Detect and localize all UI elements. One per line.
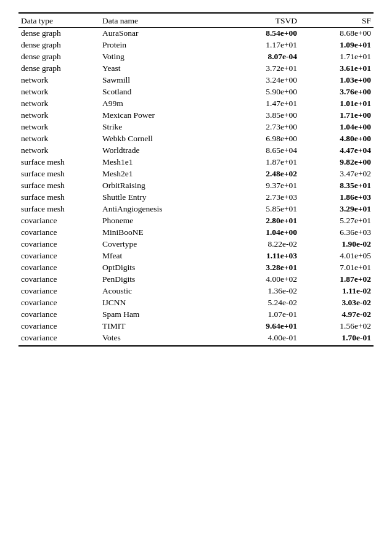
cell-datatype: dense graph [18, 27, 100, 39]
cell-dataname: Mexican Power [100, 110, 226, 121]
cell-sf: 1.87e+02 [300, 274, 374, 285]
cell-datatype: network [18, 98, 100, 110]
cell-dataname: Acoustic [100, 285, 226, 297]
cell-tsvd: 5.90e+00 [226, 86, 300, 98]
cell-tsvd: 2.80e+01 [226, 215, 300, 227]
cell-datatype: dense graph [18, 51, 100, 63]
table-row: surface meshMesh1e11.87e+019.82e+00 [18, 157, 374, 168]
cell-datatype: surface mesh [18, 157, 100, 168]
cell-tsvd: 4.00e-01 [226, 332, 300, 347]
table-row: covarianceVotes4.00e-011.70e-01 [18, 332, 374, 347]
cell-datatype: network [18, 133, 100, 145]
table-body: dense graphAuraSonar8.54e+008.68e+00dens… [18, 27, 374, 346]
cell-tsvd: 3.85e+00 [226, 110, 300, 121]
table-row: dense graphYeast3.72e+013.61e+01 [18, 63, 374, 75]
cell-sf: 9.82e+00 [300, 157, 374, 168]
cell-tsvd: 3.72e+01 [226, 63, 300, 75]
cell-dataname: IJCNN [100, 297, 226, 309]
cell-dataname: Yeast [100, 63, 226, 75]
cell-sf: 3.47e+02 [300, 168, 374, 180]
cell-tsvd: 3.24e+00 [226, 75, 300, 86]
cell-datatype: network [18, 86, 100, 98]
cell-dataname: Protein [100, 39, 226, 51]
table-row: surface meshShuttle Entry2.73e+031.86e+0… [18, 192, 374, 203]
cell-sf: 3.29e+01 [300, 203, 374, 215]
cell-datatype: dense graph [18, 39, 100, 51]
cell-dataname: AuraSonar [100, 27, 226, 39]
cell-datatype: surface mesh [18, 180, 100, 192]
table-row: dense graphAuraSonar8.54e+008.68e+00 [18, 27, 374, 39]
cell-tsvd: 8.07e-04 [226, 51, 300, 63]
cell-sf: 1.09e+01 [300, 39, 374, 51]
cell-dataname: A99m [100, 98, 226, 110]
cell-tsvd: 1.36e-02 [226, 285, 300, 297]
cell-sf: 3.76e+00 [300, 86, 374, 98]
table-row: dense graphVoting8.07e-041.71e+01 [18, 51, 374, 63]
cell-datatype: network [18, 145, 100, 157]
table-row: networkScotland5.90e+003.76e+00 [18, 86, 374, 98]
cell-datatype: covariance [18, 321, 100, 332]
cell-tsvd: 6.98e+00 [226, 133, 300, 145]
cell-tsvd: 1.07e-01 [226, 309, 300, 321]
cell-dataname: MiniBooNE [100, 227, 226, 239]
cell-datatype: covariance [18, 215, 100, 227]
cell-tsvd: 8.54e+00 [226, 27, 300, 39]
table-row: covarianceMfeat1.11e+034.01e+05 [18, 250, 374, 262]
cell-dataname: Mesh2e1 [100, 168, 226, 180]
cell-dataname: TIMIT [100, 321, 226, 332]
cell-sf: 4.80e+00 [300, 133, 374, 145]
cell-dataname: Voting [100, 51, 226, 63]
cell-tsvd: 1.47e+01 [226, 98, 300, 110]
cell-tsvd: 5.85e+01 [226, 203, 300, 215]
table-row: covarianceIJCNN5.24e-023.03e-02 [18, 297, 374, 309]
cell-datatype: dense graph [18, 63, 100, 75]
table-row: covarianceMiniBooNE1.04e+006.36e+03 [18, 227, 374, 239]
cell-datatype: covariance [18, 332, 100, 347]
cell-sf: 1.71e+00 [300, 110, 374, 121]
cell-sf: 1.11e-02 [300, 285, 374, 297]
cell-dataname: Scotland [100, 86, 226, 98]
cell-datatype: network [18, 121, 100, 133]
cell-sf: 6.36e+03 [300, 227, 374, 239]
cell-sf: 1.04e+00 [300, 121, 374, 133]
cell-tsvd: 2.73e+00 [226, 121, 300, 133]
cell-tsvd: 9.37e+01 [226, 180, 300, 192]
cell-dataname: Worldtrade [100, 145, 226, 157]
table-row: surface meshOrbitRaising9.37e+018.35e+01 [18, 180, 374, 192]
cell-sf: 1.70e-01 [300, 332, 374, 347]
col-header-datatype: Data type [18, 13, 100, 26]
cell-dataname: PenDigits [100, 274, 226, 285]
col-header-tsvd: TSVD [226, 13, 300, 26]
cell-tsvd: 1.17e+01 [226, 39, 300, 51]
table-top-border: Data type Data name TSVD SF [18, 13, 374, 26]
table-row: networkMexican Power3.85e+001.71e+00 [18, 110, 374, 121]
cell-dataname: Strike [100, 121, 226, 133]
cell-sf: 4.47e+04 [300, 145, 374, 157]
cell-datatype: surface mesh [18, 168, 100, 180]
cell-datatype: surface mesh [18, 203, 100, 215]
cell-tsvd: 8.65e+04 [226, 145, 300, 157]
cell-sf: 1.71e+01 [300, 51, 374, 63]
cell-sf: 1.86e+03 [300, 192, 374, 203]
col-header-sf: SF [300, 13, 374, 26]
table-row: covarianceAcoustic1.36e-021.11e-02 [18, 285, 374, 297]
cell-datatype: covariance [18, 274, 100, 285]
cell-datatype: covariance [18, 262, 100, 274]
table-row: networkSawmill3.24e+001.03e+00 [18, 75, 374, 86]
cell-sf: 1.90e-02 [300, 239, 374, 250]
table-row: covarianceSpam Ham1.07e-014.97e-02 [18, 309, 374, 321]
cell-sf: 8.68e+00 [300, 27, 374, 39]
cell-tsvd: 1.11e+03 [226, 250, 300, 262]
cell-tsvd: 3.28e+01 [226, 262, 300, 274]
cell-dataname: AntiAngiogenesis [100, 203, 226, 215]
table-row: covarianceOptDigits3.28e+017.01e+01 [18, 262, 374, 274]
cell-sf: 4.01e+05 [300, 250, 374, 262]
table-row: surface meshMesh2e12.48e+023.47e+02 [18, 168, 374, 180]
table-row: dense graphProtein1.17e+011.09e+01 [18, 39, 374, 51]
cell-tsvd: 2.48e+02 [226, 168, 300, 180]
cell-tsvd: 2.73e+03 [226, 192, 300, 203]
data-table: Data type Data name TSVD SF dense graphA… [18, 12, 374, 347]
cell-dataname: Mfeat [100, 250, 226, 262]
cell-dataname: OptDigits [100, 262, 226, 274]
cell-datatype: covariance [18, 297, 100, 309]
